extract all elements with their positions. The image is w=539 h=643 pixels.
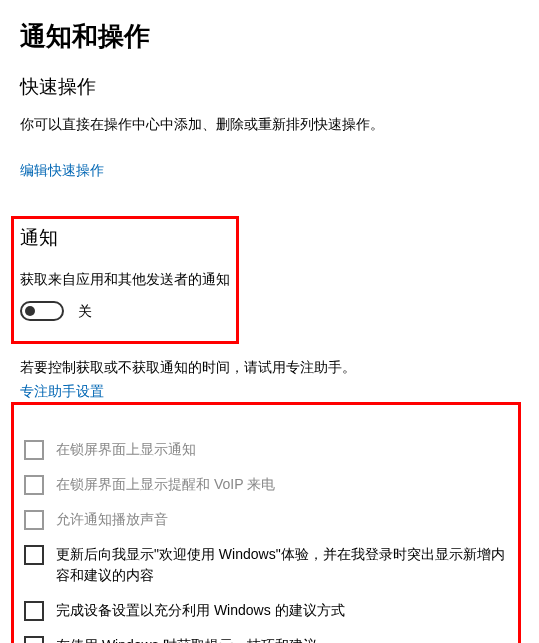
notification-option-checkbox[interactable]: [24, 545, 44, 565]
notification-option-row: 允许通知播放声音: [24, 509, 508, 530]
notification-option-label: 在锁屏界面上显示通知: [56, 439, 196, 460]
notification-option-row: 在使用 Windows 时获取提示、技巧和建议: [24, 635, 508, 643]
page-title: 通知和操作: [20, 18, 519, 54]
focus-assist-hint: 若要控制获取或不获取通知的时间，请试用专注助手。: [20, 358, 519, 378]
notification-option-label: 完成设备设置以充分利用 Windows 的建议方式: [56, 600, 345, 621]
notifications-title: 通知: [20, 225, 230, 252]
notification-option-label: 在使用 Windows 时获取提示、技巧和建议: [56, 635, 317, 643]
notification-option-checkbox: [24, 440, 44, 460]
highlight-box-notifications-toggle: 通知 获取来自应用和其他发送者的通知 关: [11, 216, 239, 344]
notification-options-list: 在锁屏界面上显示通知在锁屏界面上显示提醒和 VoIP 来电允许通知播放声音更新后…: [24, 439, 508, 643]
notification-option-checkbox: [24, 475, 44, 495]
focus-assist-settings-link[interactable]: 专注助手设置: [20, 382, 104, 402]
notification-option-checkbox: [24, 510, 44, 530]
notification-option-row: 在锁屏界面上显示通知: [24, 439, 508, 460]
notification-option-label: 更新后向我显示"欢迎使用 Windows"体验，并在我登录时突出显示新增内容和建…: [56, 544, 508, 586]
toggle-state-label: 关: [78, 302, 92, 322]
notification-option-row: 完成设备设置以充分利用 Windows 的建议方式: [24, 600, 508, 621]
edit-quick-actions-link[interactable]: 编辑快速操作: [20, 161, 104, 181]
notification-option-checkbox[interactable]: [24, 601, 44, 621]
notification-option-row: 更新后向我显示"欢迎使用 Windows"体验，并在我登录时突出显示新增内容和建…: [24, 544, 508, 586]
notification-option-label: 在锁屏界面上显示提醒和 VoIP 来电: [56, 474, 275, 495]
notification-option-label: 允许通知播放声音: [56, 509, 168, 530]
quick-actions-title: 快速操作: [20, 74, 519, 101]
toggle-knob: [25, 306, 35, 316]
notifications-toggle[interactable]: [20, 301, 64, 321]
notification-option-row: 在锁屏界面上显示提醒和 VoIP 来电: [24, 474, 508, 495]
quick-actions-description: 你可以直接在操作中心中添加、删除或重新排列快速操作。: [20, 115, 519, 135]
notification-option-checkbox[interactable]: [24, 636, 44, 643]
highlight-box-notification-options: 在锁屏界面上显示通知在锁屏界面上显示提醒和 VoIP 来电允许通知播放声音更新后…: [11, 402, 521, 643]
get-notifications-label: 获取来自应用和其他发送者的通知: [20, 270, 230, 290]
